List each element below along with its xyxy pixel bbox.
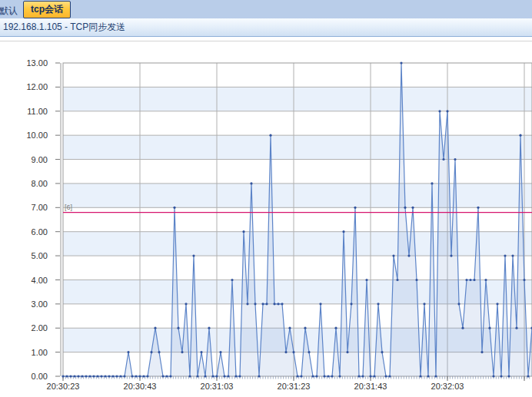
y-tick-label: 8.00 xyxy=(32,179,48,188)
data-point-marker xyxy=(154,327,156,329)
y-tick-label: 9.00 xyxy=(32,155,48,164)
data-point-marker xyxy=(173,207,175,209)
data-point-marker xyxy=(269,134,271,137)
data-point-marker xyxy=(227,375,229,377)
data-point-marker xyxy=(315,375,318,377)
data-point-marker xyxy=(169,375,171,377)
data-point-marker xyxy=(311,375,314,377)
data-point-marker xyxy=(504,255,506,257)
data-point-marker xyxy=(461,327,464,329)
y-tick-label: 10.00 xyxy=(26,131,48,140)
data-point-marker xyxy=(342,230,344,233)
data-point-marker xyxy=(300,375,302,377)
data-point-marker xyxy=(384,375,387,377)
data-point-marker xyxy=(388,375,391,377)
data-point-marker xyxy=(377,303,379,305)
data-point-marker xyxy=(488,327,490,329)
data-point-marker xyxy=(423,303,425,305)
data-point-marker xyxy=(381,351,383,353)
data-point-marker xyxy=(411,207,414,209)
data-point-marker xyxy=(392,255,394,257)
y-axis-labels: 13.00 12.00 11.00 10.00 9.00 8.00 7.00 6… xyxy=(26,58,48,381)
data-point-marker xyxy=(231,279,233,281)
data-point-marker xyxy=(165,375,168,377)
data-point-marker xyxy=(334,327,337,329)
data-point-marker xyxy=(304,327,306,329)
x-tick-label: 20:30:23 xyxy=(47,382,80,391)
x-tick-label: 20:31:03 xyxy=(201,382,234,391)
band xyxy=(63,87,532,111)
data-point-marker xyxy=(515,327,517,329)
threshold-label: [6] xyxy=(65,203,72,211)
data-point-marker xyxy=(273,303,275,305)
y-tick-label: 12.00 xyxy=(26,82,48,91)
data-point-marker xyxy=(146,375,148,377)
data-point-marker xyxy=(319,303,321,305)
data-point-marker xyxy=(62,375,64,377)
data-point-marker xyxy=(400,61,402,64)
data-point-marker xyxy=(250,182,252,184)
y-tick-label: 11.00 xyxy=(27,107,48,116)
data-point-marker xyxy=(438,110,441,112)
data-point-marker xyxy=(465,279,467,281)
x-tick-label: 20:31:23 xyxy=(278,382,311,391)
data-point-marker xyxy=(357,375,360,377)
data-point-marker xyxy=(119,375,121,377)
data-point-marker xyxy=(480,351,483,353)
data-point-marker xyxy=(511,255,514,257)
data-point-marker xyxy=(246,303,248,305)
data-point-marker xyxy=(323,375,325,377)
data-point-marker xyxy=(507,375,510,377)
data-point-marker xyxy=(457,303,460,305)
data-point-marker xyxy=(88,375,91,377)
y-tick-label: 7.00 xyxy=(32,203,48,212)
data-point-marker xyxy=(396,279,398,281)
data-point-marker xyxy=(204,375,206,377)
y-tick-label: 2.00 xyxy=(32,323,48,332)
data-point-marker xyxy=(434,375,437,377)
y-tick-label: 1.00 xyxy=(32,348,48,357)
data-point-marker xyxy=(369,375,371,377)
data-point-marker xyxy=(104,375,106,377)
data-point-marker xyxy=(188,375,191,377)
data-point-marker xyxy=(192,255,195,257)
x-tick-label: 20:32:03 xyxy=(431,382,464,391)
data-point-marker xyxy=(150,351,152,353)
data-point-marker xyxy=(177,327,179,329)
data-point-marker xyxy=(85,375,87,377)
data-point-marker xyxy=(92,375,95,377)
data-point-marker xyxy=(142,375,145,377)
data-point-marker xyxy=(261,303,264,305)
data-point-marker xyxy=(196,375,198,377)
y-tick-label: 5.00 xyxy=(32,251,48,260)
data-point-marker xyxy=(111,375,114,377)
data-point-marker xyxy=(415,279,417,281)
data-point-marker xyxy=(281,303,283,305)
y-tick-label: 13.00 xyxy=(26,58,48,68)
data-point-marker xyxy=(77,375,79,377)
data-point-marker xyxy=(208,327,210,329)
data-point-marker xyxy=(407,255,410,257)
data-point-marker xyxy=(450,255,452,257)
data-point-marker xyxy=(484,279,487,281)
data-point-marker xyxy=(404,207,406,209)
data-point-marker xyxy=(200,351,202,353)
data-point-marker xyxy=(500,375,502,377)
data-point-marker xyxy=(265,303,268,305)
data-point-marker xyxy=(277,303,279,305)
data-point-marker xyxy=(158,351,160,353)
data-point-marker xyxy=(135,375,137,377)
data-point-marker xyxy=(346,351,348,353)
data-point-marker xyxy=(361,375,364,377)
y-tick-label: 0.00 xyxy=(32,372,48,381)
y-tick-label: 6.00 xyxy=(32,227,48,237)
data-point-marker xyxy=(442,158,444,160)
data-point-marker xyxy=(96,375,98,377)
data-point-marker xyxy=(284,351,287,353)
data-point-marker xyxy=(181,351,183,353)
data-point-marker xyxy=(469,279,471,281)
data-point-marker xyxy=(308,351,310,353)
band xyxy=(63,184,532,207)
x-tick-label: 20:31:43 xyxy=(354,382,387,391)
data-point-marker xyxy=(492,375,494,377)
